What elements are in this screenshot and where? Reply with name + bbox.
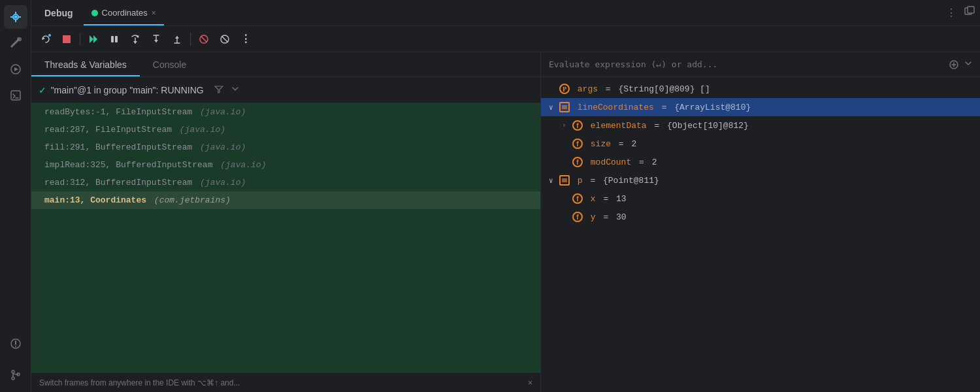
svg-rect-18: [111, 36, 114, 42]
frame-3-name: implRead:325, BufferedInputStream: [44, 160, 218, 170]
var-row-p[interactable]: ∨ p = {Point@811}: [541, 171, 980, 189]
svg-marker-4: [14, 67, 18, 71]
eval-add-btn[interactable]: [949, 59, 959, 70]
var-x-equals: =: [598, 194, 613, 204]
status-close-icon[interactable]: ×: [528, 378, 532, 387]
sidebar-icon-debug[interactable]: [4, 5, 27, 29]
var-p-value: {Point@811}: [603, 176, 659, 186]
var-y-equals: =: [598, 212, 613, 222]
tab-console[interactable]: Console: [140, 52, 199, 76]
var-ed-chevron[interactable]: ›: [562, 122, 570, 129]
tab-debug-label: Debug: [37, 0, 81, 25]
var-p-chevron[interactable]: ∨: [549, 176, 557, 185]
frame-0-name: readBytes:-1, FileInputStream: [44, 107, 197, 117]
sidebar-icon-hammer[interactable]: [4, 31, 27, 55]
sidebar-icon-terminal[interactable]: [4, 84, 27, 107]
var-size-name: size: [585, 139, 611, 149]
tab-close-icon[interactable]: ×: [152, 8, 156, 18]
tab-coordinates-label: Coordinates: [102, 8, 148, 18]
svg-point-1: [14, 16, 17, 19]
stop-btn[interactable]: [57, 30, 76, 48]
frame-3-pkg: (java.io): [220, 160, 266, 170]
svg-point-8: [12, 370, 14, 373]
frame-5-name: main:13, Coordinates: [44, 195, 152, 205]
var-mc-chevron[interactable]: [562, 158, 570, 166]
sidebar-icon-run[interactable]: [4, 57, 27, 81]
var-args-chevron[interactable]: [549, 85, 557, 93]
frame-0[interactable]: readBytes:-1, FileInputStream (java.io): [31, 103, 540, 121]
clear-btn[interactable]: [216, 30, 234, 48]
svg-marker-22: [154, 40, 158, 42]
tab-more-btn[interactable]: ⋮: [946, 7, 956, 20]
step-over-btn[interactable]: [126, 30, 144, 48]
var-args-name: args: [572, 84, 598, 94]
var-x-value: 13: [616, 194, 627, 204]
var-args-value: {String[0]@809} []: [618, 84, 710, 94]
frame-4[interactable]: read:312, BufferedInputStream (java.io): [31, 174, 540, 191]
step-into-btn[interactable]: [147, 30, 165, 48]
eval-chevron-icon[interactable]: [964, 59, 972, 70]
var-p-equals: =: [585, 176, 600, 186]
sidebar-icon-git[interactable]: [4, 363, 27, 387]
var-x-icon: f: [572, 193, 583, 204]
var-size-value: 2: [631, 139, 636, 149]
tab-window-btn[interactable]: [964, 6, 975, 20]
pause-btn[interactable]: [105, 30, 123, 48]
stack-frames-list: readBytes:-1, FileInputStream (java.io) …: [31, 103, 540, 372]
variables-pane: P args = {String[0]@809} [] ∨: [541, 52, 980, 392]
thread-title-text: "main"@1 in group "main": RUNNING: [51, 85, 204, 95]
status-text: Switch frames from anywhere in the IDE w…: [39, 378, 240, 387]
var-row-args[interactable]: P args = {String[0]@809} []: [541, 80, 980, 98]
var-x-chevron[interactable]: [562, 195, 570, 203]
more-options-btn[interactable]: ⋮: [237, 30, 255, 48]
var-size-equals: =: [613, 139, 629, 149]
thread-check-icon: ✓: [39, 84, 46, 97]
thread-filter-icon[interactable]: [214, 84, 223, 96]
sidebar-icon-problems[interactable]: [4, 332, 27, 355]
sub-tabs: Threads & Variables Console: [31, 52, 540, 77]
bottom-status: Switch frames from anywhere in the IDE w…: [31, 372, 540, 392]
frame-4-pkg: (java.io): [200, 178, 246, 188]
svg-marker-16: [90, 35, 93, 43]
toolbar: ⋮: [31, 26, 980, 52]
var-mc-icon: f: [572, 157, 583, 167]
frame-3[interactable]: implRead:325, BufferedInputStream (java.…: [31, 156, 540, 174]
svg-point-9: [12, 377, 14, 380]
svg-point-14: [48, 34, 51, 37]
svg-rect-15: [63, 35, 71, 43]
resume-btn[interactable]: [84, 30, 103, 48]
frame-2[interactable]: fill:291, BufferedInputStream (java.io): [31, 139, 540, 156]
var-row-elementdata[interactable]: › f elementData = {Object[10]@812}: [541, 116, 980, 135]
var-ed-icon: f: [572, 120, 583, 131]
eval-input[interactable]: [549, 59, 943, 69]
var-y-name: y: [585, 212, 596, 222]
var-row-size[interactable]: f size = 2: [541, 135, 980, 153]
thread-chevron-icon[interactable]: [231, 85, 239, 95]
frame-5[interactable]: main:13, Coordinates (com.jetbrains): [31, 191, 540, 209]
eval-bar: [541, 52, 980, 77]
var-row-linecoordinates[interactable]: ∨ lineCoordinates = {ArrayList@810}: [541, 98, 980, 116]
var-row-x[interactable]: f x = 13: [541, 189, 980, 208]
svg-rect-5: [11, 91, 20, 100]
step-out-btn[interactable]: [168, 30, 186, 48]
var-size-chevron[interactable]: [562, 140, 570, 148]
rerun-btn[interactable]: [37, 30, 55, 48]
var-y-value: 30: [616, 212, 627, 222]
tab-console-label: Console: [153, 59, 186, 70]
tab-dot: [91, 10, 98, 16]
var-lc-chevron[interactable]: ∨: [549, 103, 557, 112]
var-y-chevron[interactable]: [562, 213, 570, 221]
svg-marker-13: [42, 37, 45, 40]
frame-1[interactable]: read:287, FileInputStream (java.io): [31, 121, 540, 139]
mute-btn[interactable]: [195, 30, 213, 48]
tab-threads-variables[interactable]: Threads & Variables: [31, 52, 140, 76]
var-ed-equals: =: [649, 121, 664, 131]
var-lc-value: {ArrayList@810}: [674, 103, 751, 112]
tab-coordinates[interactable]: Coordinates ×: [84, 0, 164, 25]
var-row-modcount[interactable]: f modCount = 2: [541, 153, 980, 171]
svg-rect-19: [115, 36, 118, 42]
svg-marker-21: [133, 41, 137, 44]
frame-2-pkg: (java.io): [200, 142, 246, 152]
var-lc-equals: =: [657, 103, 672, 112]
var-row-y[interactable]: f y = 30: [541, 208, 980, 226]
